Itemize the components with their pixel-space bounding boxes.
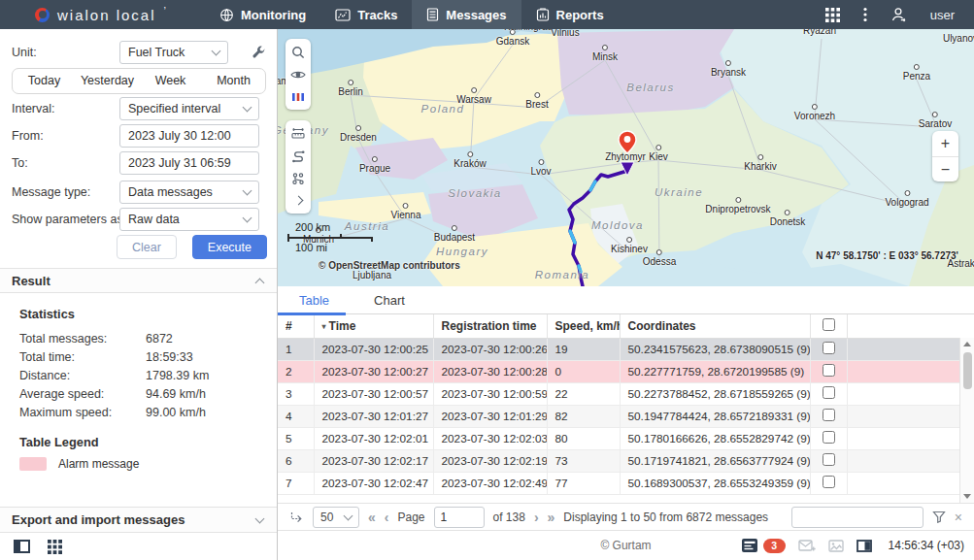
table-row[interactable]: 42023-07-30 12:01:27 2023-07-30 12:01:29…	[278, 405, 959, 427]
show-params-select[interactable]: Raw data	[119, 208, 259, 231]
from-date-input[interactable]	[119, 124, 259, 148]
prev-page-button[interactable]: ‹	[385, 511, 389, 524]
news-icon[interactable]	[742, 539, 757, 552]
tab-chart[interactable]: Chart	[374, 293, 405, 308]
result-section-header[interactable]: Result	[0, 268, 277, 293]
unit-settings-wrench-icon[interactable]	[249, 41, 268, 64]
clear-filter-close-icon[interactable]: ×	[955, 510, 962, 525]
row-checkbox[interactable]	[823, 431, 835, 444]
row-checkbox[interactable]	[823, 476, 835, 488]
stat-total-time: Total time: 18:59:33	[19, 347, 277, 366]
range-yesterday-button[interactable]: Yesterday	[76, 69, 139, 93]
next-page-button[interactable]: ›	[534, 511, 539, 524]
table-row[interactable]: 52023-07-30 12:02:01 2023-07-30 12:02:03…	[278, 427, 959, 449]
table-row-alarm[interactable]: 22023-07-30 12:00:27 2023-07-30 12:00:28…	[278, 360, 959, 382]
notifications-badge[interactable]: 3	[763, 539, 786, 553]
row-checkbox[interactable]	[823, 342, 835, 354]
nav-tab-reports[interactable]: Reports	[521, 0, 619, 29]
toggle-sidebar-icon[interactable]	[14, 540, 30, 553]
col-speed[interactable]: Speed, km/h	[547, 314, 620, 338]
waypoints-icon[interactable]	[285, 167, 311, 189]
map[interactable]: GdanskKaliningradVilniusMinskHamburgBerl…	[278, 29, 974, 286]
row-checkbox[interactable]	[823, 453, 835, 466]
unit-select[interactable]: Fuel Truck	[119, 41, 228, 64]
image-icon[interactable]	[828, 540, 844, 552]
map-visibility-eye-icon[interactable]	[285, 63, 311, 85]
to-date-input[interactable]	[119, 151, 259, 175]
cursor-coordinates: N 47° 58.1750' : E 033° 56.7273'	[816, 250, 958, 261]
col-filler	[847, 314, 959, 338]
page-number-input[interactable]	[434, 507, 485, 528]
col-time[interactable]: ▾Time	[314, 314, 433, 338]
collapse-icon	[255, 278, 265, 287]
unit-value: Fuel Truck	[128, 46, 185, 59]
routing-icon[interactable]	[285, 145, 311, 167]
username[interactable]: user	[930, 8, 955, 22]
messages-filter-input[interactable]	[791, 507, 924, 528]
page-label: Page	[397, 511, 424, 524]
first-page-button[interactable]: «	[368, 511, 376, 524]
table-scrollbar[interactable]	[959, 338, 974, 503]
expand-tools-chevron-icon[interactable]	[285, 189, 311, 212]
col-registration-time[interactable]: Registration time	[433, 314, 547, 338]
row-checkbox[interactable]	[823, 364, 835, 377]
show-params-label: Show parameters as:	[12, 208, 126, 231]
chevron-down-icon	[243, 214, 252, 223]
page-size-select[interactable]: 50	[313, 507, 359, 528]
app-logo: wialon local ’	[35, 7, 166, 23]
stat-average-speed: Average speed: 94.69 km/h	[19, 384, 277, 403]
range-month-button[interactable]: Month	[202, 69, 265, 93]
clear-button[interactable]: Clear	[117, 235, 177, 259]
goto-message-number-icon[interactable]	[289, 511, 304, 524]
scroll-down-arrow[interactable]	[963, 494, 971, 499]
chevron-down-icon	[212, 47, 221, 56]
range-week-button[interactable]: Week	[139, 69, 202, 93]
wialon-app: { "navbar": { "logo": "wialon local", "l…	[0, 0, 974, 560]
result-title: Result	[12, 274, 50, 288]
tab-table[interactable]: Table	[299, 293, 329, 308]
col-number[interactable]: #	[278, 314, 314, 338]
filter-funnel-icon[interactable]	[932, 511, 946, 523]
expand-icon	[255, 513, 265, 523]
row-checkbox[interactable]	[823, 386, 835, 399]
mail-plus-icon[interactable]	[798, 540, 816, 552]
col-coordinates[interactable]: Coordinates	[620, 314, 810, 338]
message-type-select[interactable]: Data messages	[119, 181, 259, 204]
bottom-panel-toggle-icon[interactable]	[856, 540, 872, 552]
nav-tab-messages[interactable]: Messages	[412, 0, 521, 29]
logo-text: wialon local	[57, 7, 156, 23]
row-checkbox[interactable]	[823, 409, 835, 421]
scrollbar-thumb[interactable]	[963, 352, 972, 389]
table-row[interactable]: 32023-07-30 12:00:57 2023-07-30 12:00:59…	[278, 382, 959, 405]
export-import-section-header[interactable]: Export and import messages	[0, 507, 277, 532]
zoom-out-button[interactable]: −	[932, 156, 958, 181]
zoom-in-button[interactable]: +	[932, 131, 958, 156]
message-type-label: Message type:	[12, 181, 90, 204]
nav-tab-tracks[interactable]: Tracks	[320, 0, 412, 29]
range-today-button[interactable]: Today	[13, 69, 76, 93]
logo-mark: ’	[164, 5, 166, 16]
execute-button[interactable]: Execute	[192, 235, 267, 259]
status-icons: 3 14:56:34 (+03)	[742, 539, 964, 553]
map-search-icon[interactable]	[285, 41, 311, 63]
interval-value: Specified interval	[128, 102, 220, 115]
table-row[interactable]: 12023-07-30 12:00:25 2023-07-30 12:00:26…	[278, 338, 959, 360]
kebab-menu-icon[interactable]	[863, 7, 867, 22]
interval-select[interactable]: Specified interval	[119, 97, 259, 120]
nav-label-tracks: Tracks	[357, 8, 397, 22]
status-bar: © Gurtam 3 14:56:34 (+03)	[278, 531, 974, 560]
nav-tab-monitoring[interactable]: Monitoring	[205, 0, 320, 29]
select-all-checkbox[interactable]	[823, 318, 835, 331]
user-icon[interactable]	[890, 7, 907, 22]
map-layers-icon[interactable]	[285, 85, 311, 108]
apps-grid-icon[interactable]	[825, 8, 840, 22]
table-row[interactable]: 62023-07-30 12:02:17 2023-07-30 12:02:19…	[278, 449, 959, 472]
grid-view-icon[interactable]	[48, 540, 62, 554]
message-type-value: Data messages	[128, 185, 213, 199]
scroll-up-arrow[interactable]	[963, 342, 971, 346]
measure-distance-icon[interactable]	[285, 122, 311, 145]
last-page-button[interactable]: »	[548, 511, 555, 524]
result-body: Statistics Total messages: 6872 Total ti…	[0, 293, 277, 471]
query-filters: Unit: Fuel Truck Today Yesterday Week Mo…	[0, 29, 277, 268]
table-row[interactable]: 72023-07-30 12:02:47 2023-07-30 12:02:49…	[278, 472, 959, 494]
